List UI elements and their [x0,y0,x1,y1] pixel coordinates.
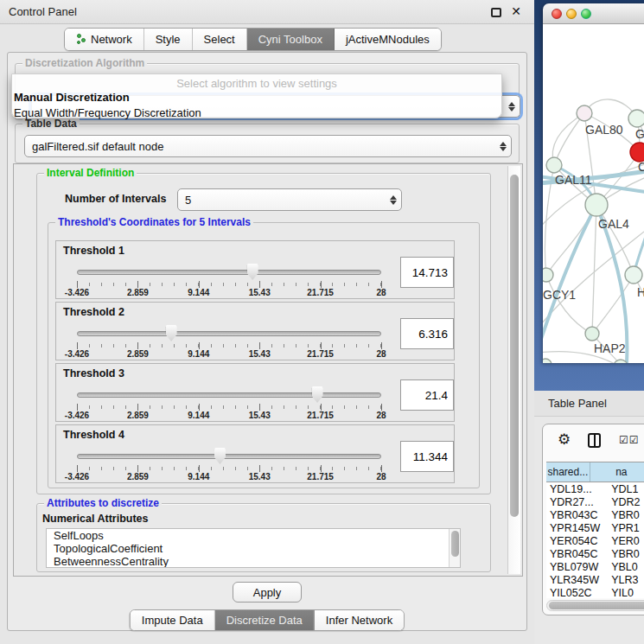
slider-major-tick [381,465,382,472]
tab-jactivemnodules[interactable]: jActiveMNodules [335,29,441,50]
slider-tick-label: 15.43 [249,349,271,359]
table-data-combobox[interactable]: galFiltered.sif default node [24,135,512,157]
slider-major-tick [199,404,200,411]
threshold-value-input[interactable] [400,441,454,472]
slider-tick-label: 15.43 [249,411,271,420]
select-columns-icon[interactable]: ☑☑ [619,434,640,446]
tab-discretize-data[interactable]: Discretize Data [215,610,315,630]
table-data-combobox-text: galFiltered.sif default node [25,140,495,153]
group-title-attributes: Attributes to discretize [44,497,162,509]
slider-tick-label: -3.426 [65,288,89,297]
network-node[interactable] [585,327,599,341]
attribute-list-item[interactable]: SelfLoops [47,529,460,542]
attribute-list-item[interactable]: BetweennessCentrality [47,555,460,568]
table-row[interactable]: YBR043CYBR0 [546,509,644,522]
slider-major-tick [321,342,322,349]
table-horizontal-scrollbar[interactable] [546,600,644,611]
network-node[interactable] [543,359,552,363]
slider-track[interactable] [77,331,381,336]
attributes-list-scrollbar[interactable] [449,529,460,567]
settings-vertical-scrollbar[interactable] [507,166,520,574]
table-row[interactable]: YLR345WYLR3 [546,574,644,587]
threshold-panel: Threshold 3-3.4262.8599.14415.4321.71528 [55,363,455,422]
slider-tick-label: -3.426 [65,411,89,420]
dropdown-placeholder-text: Select algorithm to view settings [12,77,501,90]
threshold-value-input[interactable] [400,318,454,349]
number-of-intervals-label: Number of Intervals [65,193,166,205]
float-window-icon[interactable] [491,8,501,17]
table-cell-shared-name: YLR345W [546,574,606,587]
network-node[interactable] [625,266,642,284]
table-row[interactable]: YER054CYER0 [546,535,644,548]
network-canvas[interactable]: GAL80GAGAL11CGAL4GCY1HHAP2 [543,24,644,363]
group-title-discretization-algorithm: Discretization Algorithm [22,57,147,69]
scrollbar-thumb[interactable] [451,531,459,557]
slider-track[interactable] [77,454,381,459]
table-cell-shared-name: YPR145W [546,522,606,535]
minimize-traffic-light[interactable] [566,9,577,19]
slider-handle[interactable] [312,386,323,403]
tab-style[interactable]: Style [144,29,193,50]
network-node-label: GCY1 [543,288,576,302]
table-header-cell[interactable]: na [590,462,644,481]
network-node[interactable] [630,143,644,162]
network-view-window: GAL80GAGAL11CGAL4GCY1HHAP2 [543,3,644,363]
close-traffic-light[interactable] [552,9,562,19]
network-node-label: HAP2 [594,341,626,355]
algorithm-option[interactable]: Manual Discretization [12,90,501,105]
algorithm-option[interactable]: Equal Width/Frequency Discretization [12,105,501,121]
network-node[interactable] [585,194,608,216]
tab-network[interactable]: Network [65,29,144,50]
slider-tick-label: 28 [376,472,386,481]
table-row[interactable]: YDL19...YDL1 [546,483,644,496]
threshold-slider[interactable]: -3.4262.8599.14415.4321.71528 [77,264,381,298]
tab-infer-network[interactable]: Infer Network [315,610,404,630]
tab-cyni-toolbox[interactable]: Cyni Toolbox [247,29,335,50]
threshold-slider[interactable]: -3.4262.8599.14415.4321.71528 [77,325,381,360]
threshold-label: Threshold 3 [63,367,124,379]
tab-impute-data[interactable]: Impute Data [131,610,215,630]
table-row[interactable]: YBR045CYBR0 [546,548,644,561]
zoom-traffic-light[interactable] [581,9,591,19]
number-of-intervals-combobox[interactable]: 5 [177,188,402,211]
table-cell-shared-name: YDR27... [546,496,606,509]
table-row[interactable]: YBL079WYBL0 [546,561,644,574]
threshold-slider[interactable]: -3.4262.8599.14415.4321.71528 [77,448,381,482]
attribute-list-item[interactable]: TopologicalCoefficient [47,542,460,555]
split-columns-icon[interactable] [588,433,601,448]
gear-icon[interactable]: ⚙ [558,432,571,447]
network-node[interactable] [546,157,562,173]
table-row[interactable]: YDR27...YDR2 [546,496,644,509]
scrollbar-thumb[interactable] [510,175,519,517]
table-cell-name: YDL1 [606,483,644,496]
slider-handle[interactable] [247,264,258,280]
stepper-arrows-icon [495,142,511,151]
apply-button[interactable]: Apply [233,582,302,603]
threshold-slider[interactable]: -3.4262.8599.14415.4321.71528 [77,386,381,421]
table-panel: ⚙ ☑☑ shared...na YDL19...YDL1YDR27...YDR… [542,424,644,615]
slider-track[interactable] [77,270,381,275]
table-header-cell[interactable]: shared... [546,462,590,481]
numerical-attributes-label: Numerical Attributes [42,513,148,525]
network-node[interactable] [577,105,592,121]
slider-handle[interactable] [166,325,177,341]
tab-select[interactable]: Select [193,29,247,50]
slider-major-tick [137,465,138,472]
network-node[interactable] [543,268,553,282]
network-node-label: GAL80 [585,123,623,137]
slider-tick-label: 21.715 [307,349,334,359]
close-icon[interactable]: ✕ [511,4,521,18]
threshold-value-input[interactable] [400,379,454,411]
interval-definition-group: Interval Definition Number of Intervals … [36,173,491,494]
slider-track[interactable] [77,392,381,398]
table-panel-title: Table Panel [548,397,607,410]
threshold-value-input[interactable] [400,257,454,288]
slider-handle[interactable] [214,448,226,464]
numerical-attributes-list[interactable]: SelfLoopsTopologicalCoefficientBetweenne… [46,528,461,568]
table-row[interactable]: YPR145WYPR1 [546,522,644,535]
slider-tick-label: -3.426 [65,472,89,481]
table-cell-shared-name: YER054C [546,535,606,548]
scrollbar-thumb[interactable] [549,602,644,609]
table-row[interactable]: YIL052CYIL0 [546,587,644,598]
network-node[interactable] [628,110,644,127]
